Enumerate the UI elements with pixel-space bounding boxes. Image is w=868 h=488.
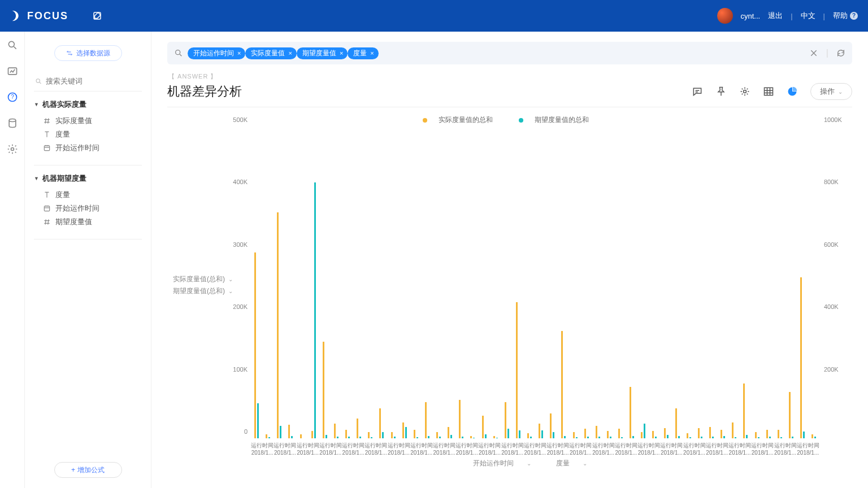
bar-group[interactable] <box>626 127 637 438</box>
bar-group[interactable] <box>319 127 331 438</box>
x-tick-label: 运行时间2018/1... <box>296 442 319 456</box>
bar-group[interactable] <box>740 127 751 438</box>
bar-group[interactable] <box>353 127 364 438</box>
query-chip[interactable]: 度量× <box>348 47 378 59</box>
bar-group[interactable] <box>410 127 422 438</box>
rail-settings[interactable] <box>7 143 18 155</box>
group-toggle[interactable]: ▼机器期望度量 <box>34 173 142 184</box>
bar-group[interactable] <box>364 127 376 438</box>
y-left-label[interactable]: 实际度量值(总和)⌄ <box>173 274 233 284</box>
bar-group[interactable] <box>513 127 524 438</box>
bar-group[interactable] <box>763 127 774 438</box>
bar-group[interactable] <box>376 127 387 438</box>
bar-group[interactable] <box>479 127 490 438</box>
bar-group[interactable] <box>274 127 285 438</box>
bar-group[interactable] <box>501 127 513 438</box>
bar-group[interactable] <box>546 127 558 438</box>
bar-group[interactable] <box>262 127 274 438</box>
bar-group[interactable] <box>615 127 626 438</box>
bar-group[interactable] <box>683 127 695 438</box>
query-chip[interactable]: 实际度量值× <box>245 47 296 59</box>
group-toggle[interactable]: ▼机器实际度量 <box>34 99 142 110</box>
refresh-icon[interactable] <box>836 49 845 58</box>
rail-data[interactable] <box>7 117 18 129</box>
text-icon <box>43 130 51 138</box>
bar-group[interactable] <box>728 127 740 438</box>
bar-group[interactable] <box>524 127 535 438</box>
field-start-time[interactable]: 开始运作时间 <box>34 141 142 155</box>
bar-group[interactable] <box>570 127 581 438</box>
bar-group[interactable] <box>399 127 410 438</box>
bar-group[interactable] <box>331 127 342 438</box>
bar-group[interactable] <box>558 127 569 438</box>
username[interactable]: cynt... <box>741 12 761 20</box>
bar-group[interactable] <box>649 127 660 438</box>
table-icon[interactable] <box>763 86 774 97</box>
bar-group[interactable] <box>797 127 808 438</box>
bar-group[interactable] <box>388 127 399 438</box>
add-formula-button[interactable]: +增加公式 <box>54 462 122 478</box>
bar-group[interactable] <box>604 127 615 438</box>
edit-icon[interactable] <box>92 11 102 21</box>
x-caption-2[interactable]: 度量 ⌄ <box>550 459 593 467</box>
rail-search[interactable] <box>7 40 18 51</box>
y-right-label[interactable]: 期望度量值(总和)⌄ <box>173 286 233 296</box>
query-chip[interactable]: 期望度量值× <box>297 47 348 59</box>
bar-group[interactable] <box>444 127 455 438</box>
pin-icon[interactable] <box>715 86 727 97</box>
bar-group[interactable] <box>637 127 649 438</box>
bar-group[interactable] <box>785 127 797 438</box>
rail-help[interactable]: ? <box>7 91 18 103</box>
keyword-search[interactable] <box>34 73 142 91</box>
chart-plot[interactable]: 0100K200K300K400K500K 200K400K600K800K10… <box>241 127 819 438</box>
bar-group[interactable] <box>422 127 433 438</box>
bar-group[interactable] <box>251 127 262 438</box>
query-bar[interactable]: 开始运作时间×实际度量值×期望度量值×度量× | <box>167 42 852 64</box>
bar-group[interactable] <box>581 127 592 438</box>
bar-group[interactable] <box>308 127 319 438</box>
comment-icon[interactable] <box>692 86 703 97</box>
keyword-input[interactable] <box>46 77 141 85</box>
avatar[interactable] <box>717 8 733 24</box>
x-caption-1[interactable]: 开始运作时间 ⌄ <box>467 459 537 467</box>
bar-group[interactable] <box>467 127 478 438</box>
bar-group[interactable] <box>661 127 672 438</box>
language-link[interactable]: 中文 <box>801 11 815 21</box>
chart-pie-icon[interactable] <box>787 86 798 97</box>
bar-group[interactable] <box>285 127 296 438</box>
close-icon[interactable] <box>809 49 818 58</box>
field-actual-value[interactable]: 实际度量值 <box>34 114 142 128</box>
bar-group[interactable] <box>535 127 546 438</box>
chip-remove-icon[interactable]: × <box>288 50 292 56</box>
field-measure[interactable]: 度量 <box>34 128 142 141</box>
bar-group[interactable] <box>672 127 683 438</box>
bar-group[interactable] <box>695 127 706 438</box>
bar-group[interactable] <box>342 127 353 438</box>
bar-group[interactable] <box>706 127 717 438</box>
bar-group[interactable] <box>455 127 467 438</box>
bar-group[interactable] <box>433 127 444 438</box>
bar-group[interactable] <box>752 127 763 438</box>
bar-group[interactable] <box>774 127 785 438</box>
bar-group[interactable] <box>490 127 501 438</box>
query-chip[interactable]: 开始运作时间× <box>188 47 245 59</box>
rail-dashboard[interactable] <box>7 66 18 77</box>
logout-link[interactable]: 退出 <box>768 11 783 21</box>
chip-remove-icon[interactable]: × <box>237 50 241 56</box>
legend-item[interactable]: 实际度量值的总和 <box>423 116 501 124</box>
app-header: FOCUS cynt... 退出 | 中文 | 帮助? <box>0 0 868 32</box>
operations-button[interactable]: 操作⌄ <box>810 83 852 100</box>
gear-icon[interactable] <box>739 86 750 97</box>
chip-remove-icon[interactable]: × <box>370 50 374 56</box>
legend-item[interactable]: 期望度量值的总和 <box>519 116 597 124</box>
field-start-time-2[interactable]: 开始运作时间 <box>34 202 142 215</box>
field-measure-2[interactable]: 度量 <box>34 188 142 202</box>
bar-group[interactable] <box>717 127 728 438</box>
bar-group[interactable] <box>808 127 819 438</box>
field-expected-value[interactable]: 期望度量值 <box>34 215 142 229</box>
select-datasource-button[interactable]: 选择数据源 <box>54 45 122 61</box>
bar-group[interactable] <box>297 127 308 438</box>
bar-group[interactable] <box>592 127 604 438</box>
help-link[interactable]: 帮助? <box>833 11 858 21</box>
chip-remove-icon[interactable]: × <box>340 50 343 56</box>
